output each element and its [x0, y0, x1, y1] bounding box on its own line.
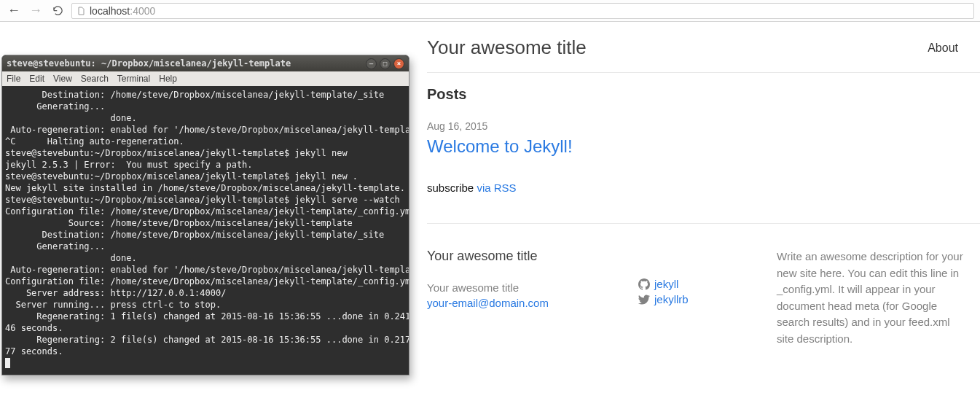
- rss-link[interactable]: via RSS: [477, 182, 516, 194]
- terminal-body[interactable]: Destination: /home/steve/Dropbox/miscela…: [2, 86, 409, 375]
- back-button[interactable]: ←: [6, 3, 22, 19]
- menu-edit[interactable]: Edit: [29, 74, 44, 84]
- close-button[interactable]: ×: [393, 58, 404, 69]
- reload-button[interactable]: [50, 3, 66, 19]
- nav-about[interactable]: About: [928, 42, 958, 55]
- reload-icon: [52, 5, 63, 16]
- address-bar[interactable]: localhost:4000: [71, 3, 974, 19]
- terminal-window: steve@stevebuntu: ~/Dropbox/miscelanea/j…: [1, 55, 409, 375]
- site-header: Your awesome title About: [427, 36, 980, 73]
- posts-heading: Posts: [427, 86, 980, 103]
- menu-terminal[interactable]: Terminal: [117, 74, 150, 84]
- url-text: localhost:4000: [90, 5, 155, 17]
- site-title[interactable]: Your awesome title: [427, 36, 587, 59]
- footer-title: Your awesome title: [427, 249, 609, 264]
- browser-toolbar: ← → localhost:4000: [0, 0, 980, 22]
- terminal-menubar: File Edit View Search Terminal Help: [2, 71, 409, 86]
- menu-file[interactable]: File: [7, 74, 20, 84]
- forward-button[interactable]: →: [28, 3, 44, 19]
- footer-contact: Your awesome title Your awesome title yo…: [427, 249, 609, 347]
- twitter-icon: [638, 294, 650, 305]
- maximize-button[interactable]: □: [380, 58, 391, 69]
- post-link[interactable]: Welcome to Jekyll!: [427, 136, 980, 157]
- subscribe-line: subscribe via RSS: [427, 182, 980, 194]
- post-date: Aug 16, 2015: [427, 120, 980, 132]
- contact-name: Your awesome title: [427, 281, 609, 294]
- menu-view[interactable]: View: [53, 74, 72, 84]
- twitter-user: jekyllrb: [654, 293, 689, 305]
- footer-social: jekyll jekyllrb: [638, 249, 748, 347]
- subscribe-prefix: subscribe: [427, 182, 477, 194]
- site-footer: Your awesome title Your awesome title yo…: [427, 223, 980, 347]
- contact-email[interactable]: your-email@domain.com: [427, 297, 549, 309]
- github-user: jekyll: [654, 278, 678, 290]
- menu-search[interactable]: Search: [81, 74, 109, 84]
- github-link[interactable]: jekyll: [638, 278, 748, 290]
- twitter-link[interactable]: jekyllrb: [638, 293, 748, 305]
- github-icon: [638, 278, 650, 290]
- terminal-title: steve@stevebuntu: ~/Dropbox/miscelanea/j…: [7, 58, 291, 69]
- minimize-button[interactable]: –: [366, 58, 377, 69]
- footer-description: Write an awesome description for your ne…: [777, 249, 980, 347]
- terminal-titlebar[interactable]: steve@stevebuntu: ~/Dropbox/miscelanea/j…: [2, 55, 409, 71]
- menu-help[interactable]: Help: [159, 74, 177, 84]
- site-content: Your awesome title About Posts Aug 16, 2…: [427, 36, 980, 417]
- page-icon: [77, 7, 85, 15]
